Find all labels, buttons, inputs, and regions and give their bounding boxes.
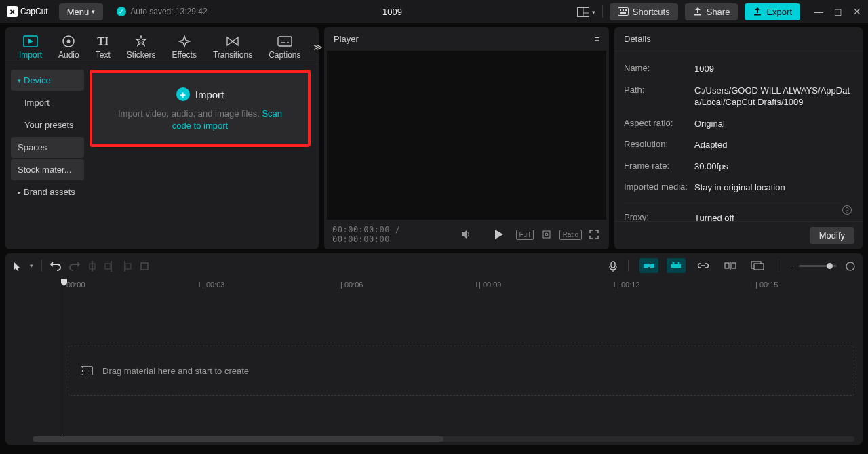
- preview-cut-icon[interactable]: [721, 258, 740, 273]
- close-icon[interactable]: ✕: [853, 6, 861, 17]
- zoom-track[interactable]: [799, 265, 837, 267]
- magnet-main-icon[interactable]: [639, 258, 658, 273]
- tab-stickers[interactable]: Stickers: [119, 30, 164, 64]
- undo-icon[interactable]: [50, 260, 61, 271]
- detail-label: Imported media:: [624, 182, 694, 194]
- crop-tool-icon: [140, 260, 149, 271]
- tab-captions[interactable]: Captions: [260, 30, 309, 64]
- drop-hint-label: Drag material here and start to create: [102, 366, 249, 376]
- minimize-icon[interactable]: —: [814, 6, 823, 17]
- check-icon: ✓: [117, 7, 126, 16]
- detail-value: C:/Users/GOOD WILL ALWAYS/AppData/Local/…: [694, 85, 853, 108]
- cover-icon[interactable]: [748, 258, 767, 273]
- full-button[interactable]: Full: [516, 230, 534, 240]
- timeline-ruler[interactable]: 00:00 | 00:03 | 00:06 | 00:09 | 00:12 | …: [5, 278, 863, 293]
- sidebar-item-presets[interactable]: Your presets: [11, 115, 84, 136]
- media-sidebar: ▾Device Import Your presets Spaces Stock…: [5, 64, 90, 249]
- svg-marker-11: [28, 39, 33, 44]
- zoom-slider[interactable]: −: [789, 261, 837, 271]
- timeline[interactable]: 00:00 | 00:03 | 00:06 | 00:09 | 00:12 | …: [5, 278, 863, 445]
- film-icon: [81, 366, 93, 375]
- detail-value: Original: [694, 118, 853, 130]
- detail-label: Name:: [624, 63, 694, 75]
- svg-rect-33: [671, 264, 681, 268]
- import-dropzone[interactable]: + Import Import video, audio, and image …: [90, 70, 311, 147]
- player-header-label: Player: [334, 34, 359, 44]
- svg-rect-31: [650, 264, 654, 268]
- share-icon: [693, 7, 703, 16]
- transitions-tab-icon: [226, 34, 239, 49]
- share-button[interactable]: Share: [685, 3, 738, 20]
- import-title-row: + Import: [176, 87, 224, 101]
- sidebar-item-spaces[interactable]: Spaces: [11, 137, 84, 158]
- shortcuts-button[interactable]: Shortcuts: [610, 3, 678, 20]
- detail-row-aspect: Aspect ratio:Original: [624, 113, 853, 135]
- chevron-down-icon: ▾: [92, 8, 95, 15]
- detail-label: Resolution:: [624, 139, 694, 151]
- details-header: Details: [614, 27, 863, 51]
- autosave-status: ✓ Auto saved: 13:29:42: [117, 7, 207, 16]
- player-controls: 00:00:00:00 / 00:00:00:00 Full Ratio: [324, 220, 609, 249]
- zoom-thumb[interactable]: [827, 263, 833, 269]
- playhead[interactable]: [64, 279, 64, 440]
- tab-stickers-label: Stickers: [127, 50, 156, 60]
- detail-value: Stay in original location: [694, 182, 853, 194]
- tab-effects[interactable]: Effects: [163, 30, 204, 64]
- svg-rect-8: [694, 14, 701, 16]
- sidebar-item-label: Your presets: [24, 120, 74, 130]
- timeline-scrollbar[interactable]: [33, 436, 854, 442]
- app-name-label: CapCut: [20, 7, 48, 16]
- mic-icon[interactable]: [609, 260, 617, 271]
- ratio-button[interactable]: Ratio: [559, 230, 582, 240]
- tab-text[interactable]: TI Text: [87, 30, 119, 64]
- delete-left-icon: [104, 260, 114, 271]
- details-footer: ? Modify: [614, 221, 863, 249]
- zoom-fit-icon[interactable]: [845, 260, 856, 271]
- tab-audio[interactable]: Audio: [50, 30, 87, 64]
- svg-rect-6: [625, 9, 627, 11]
- cursor-icon[interactable]: [12, 260, 22, 271]
- tab-import[interactable]: Import: [11, 30, 50, 64]
- link-icon[interactable]: [694, 258, 713, 273]
- dropdown-icon[interactable]: ▾: [30, 262, 33, 269]
- zoom-out-icon[interactable]: −: [789, 261, 795, 271]
- timeline-wrapper: ▾ − 00:00 | 00:03 | 00:06 | 00:09 | 00:1…: [0, 253, 868, 445]
- fullscreen-icon[interactable]: [587, 230, 601, 240]
- title-right-group: ▾ Shortcuts Share Export — ◻ ✕: [577, 3, 861, 20]
- detail-row-framerate: Frame rate:30.00fps: [624, 156, 853, 178]
- player-panel: Player ≡ 00:00:00:00 / 00:00:00:00 Full …: [324, 27, 609, 249]
- svg-rect-32: [648, 264, 650, 267]
- ruler-tick: 00:00: [66, 281, 85, 289]
- player-timecode: 00:00:00:00 / 00:00:00:00: [332, 225, 454, 244]
- svg-rect-28: [141, 263, 148, 270]
- magnet-track-icon[interactable]: [667, 258, 686, 273]
- modify-button[interactable]: Modify: [810, 227, 854, 244]
- import-title: Import: [195, 89, 224, 100]
- svg-point-13: [67, 40, 71, 43]
- player-viewport[interactable]: [327, 51, 606, 220]
- volume-icon[interactable]: [459, 230, 474, 240]
- sidebar-item-import[interactable]: Import: [11, 92, 84, 113]
- play-icon[interactable]: [493, 230, 505, 240]
- export-button[interactable]: Export: [745, 3, 800, 20]
- effects-tab-icon: [178, 34, 191, 49]
- autosave-label: Auto saved: 13:29:42: [130, 7, 207, 16]
- media-panel: Import Audio TI Text Stickers Effects Tr…: [5, 27, 319, 249]
- scrollbar-thumb[interactable]: [33, 436, 443, 442]
- menu-button[interactable]: Menu ▾: [59, 3, 104, 20]
- detail-label: Frame rate:: [624, 161, 694, 173]
- layout-icon[interactable]: ▾: [577, 6, 595, 17]
- sidebar-item-stock[interactable]: Stock mater...: [11, 159, 84, 180]
- tab-transitions[interactable]: Transitions: [205, 30, 260, 64]
- timeline-drop-track[interactable]: Drag material here and start to create: [68, 346, 854, 396]
- help-icon[interactable]: ?: [842, 205, 852, 215]
- svg-rect-20: [543, 231, 550, 238]
- sidebar-item-device[interactable]: ▾Device: [11, 70, 84, 91]
- tab-effects-label: Effects: [172, 50, 196, 60]
- split-icon: [88, 260, 96, 271]
- tab-transitions-label: Transitions: [213, 50, 252, 60]
- crop-icon[interactable]: [539, 229, 554, 240]
- maximize-icon[interactable]: ◻: [834, 6, 842, 17]
- hamburger-icon[interactable]: ≡: [594, 34, 599, 44]
- sidebar-item-brand[interactable]: ▸Brand assets: [11, 182, 84, 203]
